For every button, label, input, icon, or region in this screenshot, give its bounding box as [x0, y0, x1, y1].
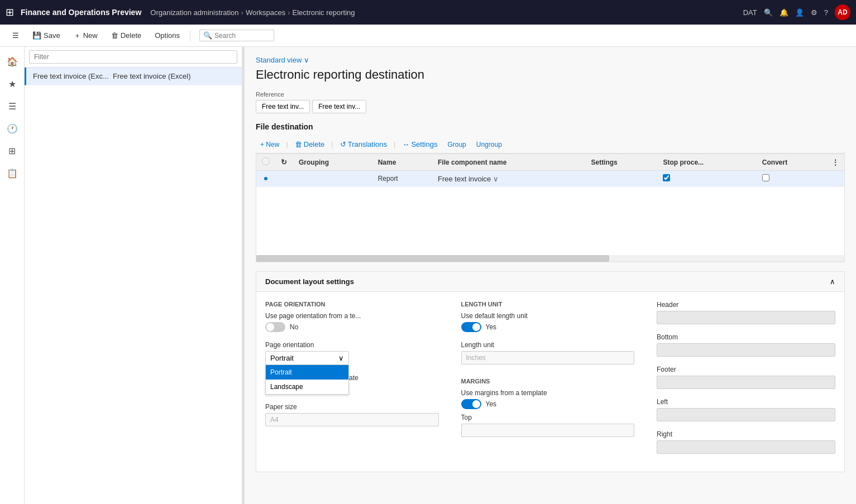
view-selector-label: Standard view: [256, 56, 302, 64]
row-name-cell: Report: [372, 171, 432, 187]
dropdown-arrow[interactable]: ∨: [493, 175, 499, 183]
toggle-knob: [266, 323, 274, 331]
convert-checkbox[interactable]: [762, 174, 769, 181]
toggle-knob-4: [472, 400, 480, 408]
header-radio[interactable]: [262, 157, 270, 165]
length-unit-col: LENGTH UNIT Use default length unit Yes: [461, 301, 635, 463]
options-button[interactable]: Options: [149, 29, 185, 42]
grid-icon[interactable]: ⊞: [6, 6, 14, 18]
search-input[interactable]: [214, 32, 270, 40]
table-group-button[interactable]: Group: [443, 138, 470, 151]
length-unit-field-label: Length unit: [461, 341, 635, 349]
stop-processing-checkbox[interactable]: [663, 174, 670, 181]
search-icon[interactable]: 🔍: [764, 8, 773, 17]
new-icon: ＋: [74, 31, 81, 41]
file-destination-table: ↻ Grouping Name File component name Sett…: [256, 154, 844, 187]
bottom-input[interactable]: [657, 343, 835, 357]
table-delete-button[interactable]: 🗑 Delete: [290, 138, 329, 151]
col-settings-header: Settings: [585, 154, 657, 171]
reference-chips: Free text inv... Free text inv...: [256, 100, 845, 113]
top-margin-input[interactable]: [461, 424, 635, 437]
list-nav-icon[interactable]: ☰: [2, 96, 22, 116]
file-component-value: Free text invoice: [438, 175, 491, 183]
left-input[interactable]: [657, 408, 835, 421]
select-arrow: ∨: [338, 354, 344, 362]
grid-icon-side[interactable]: ⊞: [2, 141, 22, 161]
main-layout: 🏠 ★ ☰ 🕐 ⊞ 📋 Free text invoice (Exc... Fr…: [0, 47, 856, 504]
length-unit-input[interactable]: [461, 351, 635, 364]
table-new-button[interactable]: + New: [256, 138, 284, 151]
header-input[interactable]: [657, 311, 835, 324]
breadcrumb-org[interactable]: Organization administration: [150, 8, 238, 17]
separator: [190, 30, 190, 41]
refresh-icon[interactable]: ↻: [281, 158, 287, 166]
reference-chip-2[interactable]: Free text inv...: [312, 100, 366, 113]
user-icon[interactable]: 👤: [795, 8, 804, 17]
settings-icon[interactable]: ⚙: [811, 8, 817, 17]
left-panel: Free text invoice (Exc... Free text invo…: [25, 47, 242, 504]
new-button[interactable]: ＋ New: [68, 28, 103, 43]
bell-icon[interactable]: 🔔: [780, 8, 788, 17]
view-selector[interactable]: Standard view ∨: [256, 56, 845, 64]
table-scrollbar[interactable]: [256, 255, 844, 262]
notes-icon[interactable]: 📋: [2, 163, 22, 183]
option-landscape[interactable]: Landscape: [266, 380, 348, 394]
home-icon[interactable]: 🏠: [2, 51, 22, 71]
settings-icon-small: ↔: [402, 140, 409, 148]
row-file-component-cell: Free text invoice ∨: [432, 171, 585, 187]
table-settings-button[interactable]: ↔ Settings: [398, 138, 442, 151]
margins-toggle-label: Yes: [486, 400, 497, 408]
star-icon[interactable]: ★: [2, 74, 22, 94]
hamburger-button[interactable]: ☰: [7, 29, 25, 42]
orientation-toggle-label: No: [290, 323, 298, 331]
table-toolbar: + New | 🗑 Delete | ↺ Translations | ↔ Se…: [256, 136, 845, 153]
paper-size-input[interactable]: [265, 413, 439, 426]
actionbar: ☰ 💾 Save ＋ New 🗑 Delete Options 🔍: [0, 25, 856, 47]
save-icon: 💾: [32, 31, 41, 40]
footer-input[interactable]: [657, 376, 835, 389]
doc-layout-header[interactable]: Document layout settings ∧: [256, 272, 844, 292]
avatar[interactable]: AD: [835, 4, 850, 20]
use-default-sublabel: Use default length unit: [461, 312, 635, 320]
left-field-group: Left: [657, 398, 835, 421]
right-label: Right: [657, 430, 835, 438]
toggle-knob-3: [472, 323, 480, 331]
page-orientation-select[interactable]: Portrait ∨: [265, 351, 349, 365]
table-translations-button[interactable]: ↺ Translations: [336, 138, 391, 151]
reference-chip-1[interactable]: Free text inv...: [256, 100, 310, 113]
filter-bar: [25, 47, 242, 68]
filter-input[interactable]: [29, 50, 237, 64]
save-button[interactable]: 💾 Save: [27, 29, 66, 42]
header-field-group: Header: [657, 301, 835, 324]
clock-icon[interactable]: 🕐: [2, 118, 22, 138]
col-stop-header: Stop proce...: [657, 154, 756, 171]
row-refresh-cell: [275, 171, 293, 187]
search-icon-small: 🔍: [203, 31, 212, 40]
table-row[interactable]: Report Free text invoice ∨: [256, 171, 844, 187]
list-item[interactable]: Free text invoice (Exc... Free text invo…: [25, 68, 242, 85]
top-search-box[interactable]: 🔍: [199, 30, 274, 41]
col-grouping-header: Grouping: [293, 154, 372, 171]
doc-layout-title: Document layout settings: [265, 277, 354, 286]
delete-button[interactable]: 🗑 Delete: [106, 29, 147, 42]
table-ungroup-button[interactable]: Ungroup: [472, 138, 506, 151]
length-unit-toggle[interactable]: [461, 322, 481, 332]
margins-toggle-row: Yes: [461, 399, 635, 409]
breadcrumb-workspaces[interactable]: Workspaces: [246, 8, 285, 17]
doc-layout-body: PAGE ORIENTATION Use page orientation fr…: [256, 292, 844, 472]
margins-toggle[interactable]: [461, 399, 481, 409]
length-unit-field-group: Length unit: [461, 341, 635, 364]
right-fields-col: Header Bottom Footer Left: [657, 301, 835, 463]
orientation-toggle[interactable]: [265, 322, 285, 332]
translations-icon: ↺: [340, 140, 346, 148]
row-more-cell: [826, 171, 844, 187]
help-icon[interactable]: ?: [824, 8, 828, 17]
select-value: Portrait: [270, 354, 294, 362]
scrollbar-thumb[interactable]: [256, 255, 609, 262]
sidebar-icons: 🏠 ★ ☰ 🕐 ⊞ 📋: [0, 47, 25, 504]
right-input[interactable]: [657, 440, 835, 454]
option-portrait[interactable]: Portrait: [266, 365, 348, 380]
breadcrumb-er[interactable]: Electronic reporting: [293, 8, 355, 17]
bottom-field-group: Bottom: [657, 333, 835, 357]
length-unit-toggle-label: Yes: [486, 323, 497, 331]
